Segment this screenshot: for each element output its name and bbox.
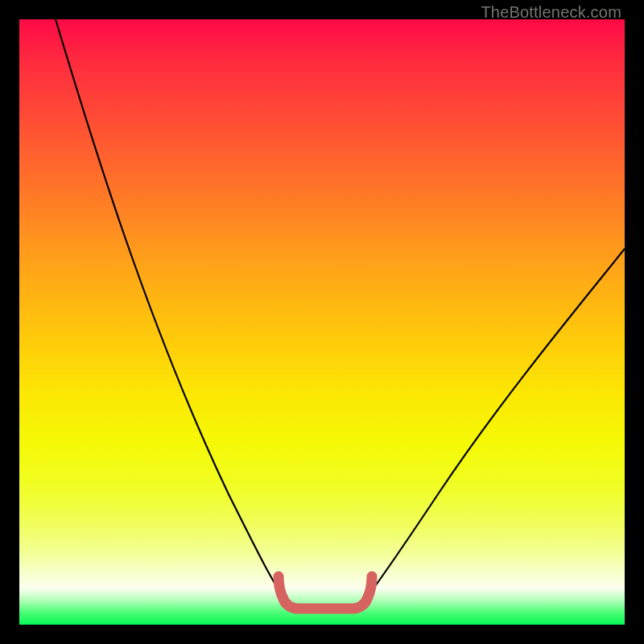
bottleneck-curve <box>56 19 625 607</box>
optimal-zone-marker <box>279 576 372 609</box>
chart-container: TheBottleneck.com <box>0 0 644 644</box>
plot-area <box>19 19 625 625</box>
watermark-text: TheBottleneck.com <box>481 3 621 22</box>
chart-svg <box>19 19 625 625</box>
